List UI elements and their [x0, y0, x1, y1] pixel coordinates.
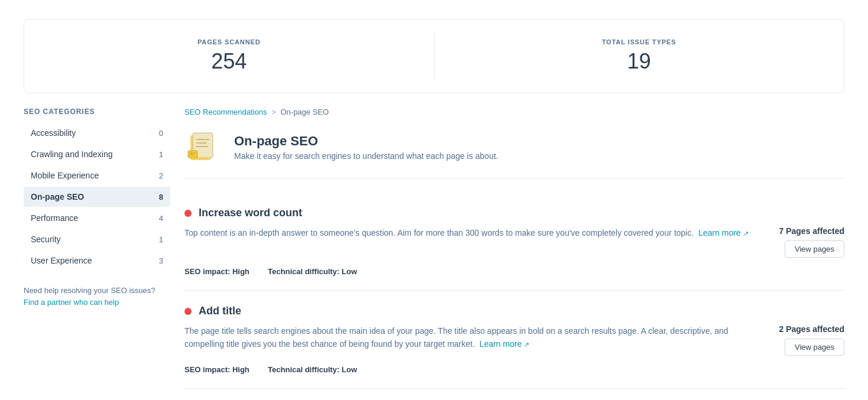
pages-scanned-stat: PAGES SCANNED 254	[24, 34, 435, 79]
sidebar-item-performance-label: Performance	[31, 213, 78, 223]
sidebar-item-accessibility-count: 0	[159, 129, 163, 138]
issue-1-title: Add title	[199, 305, 241, 317]
total-issue-types-label: TOTAL ISSUE TYPES	[449, 38, 830, 45]
category-icon	[184, 128, 222, 166]
sidebar-item-crawling-count: 1	[159, 150, 163, 159]
issue-1-tech-difficulty-value: Low	[342, 365, 357, 374]
issue-1-meta: SEO impact: High Technical difficulty: L…	[184, 365, 844, 374]
breadcrumb-current: On-page SEO	[280, 108, 329, 116]
sidebar-item-security[interactable]: Security 1	[24, 229, 170, 249]
issue-0-desc-text: Top content is an in-depth answer to som…	[184, 228, 694, 238]
issue-0-actions: 7 Pages affected View pages	[779, 226, 844, 258]
sidebar-item-mobile-count: 2	[159, 171, 163, 180]
issue-1-description: The page title tells search engines abou…	[184, 324, 765, 351]
sidebar-item-security-label: Security	[31, 235, 61, 244]
issue-1-pages-count: 2	[779, 324, 783, 334]
breadcrumb: SEO Recommendations > On-page SEO	[184, 108, 844, 116]
issue-0-tech-difficulty-value: Low	[342, 267, 357, 276]
issue-0-meta: SEO impact: High Technical difficulty: L…	[184, 267, 844, 276]
issue-0-description: Top content is an in-depth answer to som…	[184, 226, 765, 239]
svg-rect-5	[196, 146, 208, 147]
sidebar-item-accessibility[interactable]: Accessibility 0	[24, 123, 170, 143]
sidebar-item-performance[interactable]: Performance 4	[24, 208, 170, 228]
issue-1-header: Add title	[184, 305, 844, 317]
breadcrumb-separator: >	[271, 108, 276, 116]
main-content: SEO Categories Accessibility 0 Crawling …	[24, 93, 844, 389]
breadcrumb-link[interactable]: SEO Recommendations	[184, 108, 267, 116]
sidebar-item-ux-label: User Experience	[31, 256, 92, 265]
right-panel: SEO Recommendations > On-page SEO On-pag…	[184, 108, 844, 389]
sidebar-title: SEO Categories	[24, 108, 170, 116]
svg-rect-4	[196, 142, 207, 144]
issue-0-pages-affected: 7 Pages affected	[779, 226, 844, 236]
sidebar-item-performance-count: 4	[159, 214, 163, 223]
issue-0-dot	[184, 210, 192, 217]
issue-1-external-icon: ↗	[524, 341, 529, 348]
sidebar-item-onpage[interactable]: On-page SEO 8	[24, 187, 170, 207]
issue-0-tech-difficulty-label: Technical difficulty:	[268, 267, 339, 276]
sidebar-item-ux-count: 3	[159, 256, 163, 265]
issue-1-pages-affected: 2 Pages affected	[779, 324, 844, 334]
total-issue-types-value: 19	[449, 49, 830, 74]
sidebar-item-mobile[interactable]: Mobile Experience 2	[24, 165, 170, 186]
issue-1-seo-impact-value: High	[232, 365, 250, 374]
issue-1-seo-impact-label: SEO impact:	[184, 365, 230, 374]
issue-1-tech-difficulty-label: Technical difficulty:	[268, 365, 339, 374]
issue-1-actions: 2 Pages affected View pages	[779, 324, 844, 356]
sidebar-item-crawling[interactable]: Crawling and Indexing 1	[24, 144, 170, 164]
sidebar-item-accessibility-label: Accessibility	[31, 128, 76, 138]
pages-scanned-label: PAGES SCANNED	[38, 38, 420, 45]
total-issue-types-stat: TOTAL ISSUE TYPES 19	[435, 34, 844, 79]
sidebar-item-mobile-label: Mobile Experience	[31, 171, 99, 180]
svg-rect-3	[196, 139, 209, 140]
category-title: On-page SEO	[234, 134, 498, 149]
issue-1-dot	[184, 308, 192, 315]
issue-0-pages-label: Pages affected	[786, 226, 844, 236]
sidebar-item-ux[interactable]: User Experience 3	[24, 251, 170, 271]
issue-0-external-icon: ↗	[743, 230, 749, 237]
stats-panel: PAGES SCANNED 254 TOTAL ISSUE TYPES 19	[24, 19, 844, 93]
issue-0-seo-impact-label: SEO impact:	[184, 267, 230, 276]
sidebar-help: Need help resolving your SEO issues? Fin…	[24, 285, 170, 308]
sidebar-item-onpage-label: On-page SEO	[31, 192, 84, 201]
category-info: On-page SEO Make it easy for search engi…	[234, 134, 498, 161]
issue-0-pages-count: 7	[779, 226, 783, 236]
issue-card-1: Add title The page title tells search en…	[184, 291, 844, 389]
issue-0-learn-more-link[interactable]: Learn more ↗	[698, 228, 748, 238]
sidebar-item-security-count: 1	[159, 235, 163, 244]
pages-scanned-value: 254	[38, 49, 420, 74]
sidebar-item-onpage-count: 8	[159, 193, 163, 201]
sidebar-help-link[interactable]: Find a partner who can help	[24, 298, 119, 307]
sidebar-help-text: Need help resolving your SEO issues?	[24, 286, 156, 295]
category-header: On-page SEO Make it easy for search engi…	[184, 128, 844, 178]
issue-0-view-pages-button[interactable]: View pages	[785, 240, 844, 258]
sidebar-item-crawling-label: Crawling and Indexing	[31, 149, 113, 159]
issue-1-desc-text: The page title tells search engines abou…	[184, 326, 728, 349]
issue-1-body: The page title tells search engines abou…	[184, 324, 844, 356]
issue-1-learn-more-text: Learn more	[480, 339, 522, 349]
issue-1-view-pages-button[interactable]: View pages	[785, 339, 844, 356]
svg-rect-6	[188, 151, 197, 158]
sidebar: SEO Categories Accessibility 0 Crawling …	[24, 108, 184, 389]
issue-card-0: Increase word count Top content is an in…	[184, 193, 844, 291]
issue-1-learn-more-link[interactable]: Learn more ↗	[480, 339, 529, 349]
issue-0-learn-more-text: Learn more	[698, 228, 741, 238]
issue-0-body: Top content is an in-depth answer to som…	[184, 226, 844, 258]
issue-1-pages-label: Pages affected	[786, 324, 844, 334]
issue-0-seo-impact-value: High	[232, 267, 250, 276]
category-description: Make it easy for search engines to under…	[234, 151, 498, 161]
issue-0-header: Increase word count	[184, 207, 844, 219]
issue-0-title: Increase word count	[199, 207, 302, 219]
